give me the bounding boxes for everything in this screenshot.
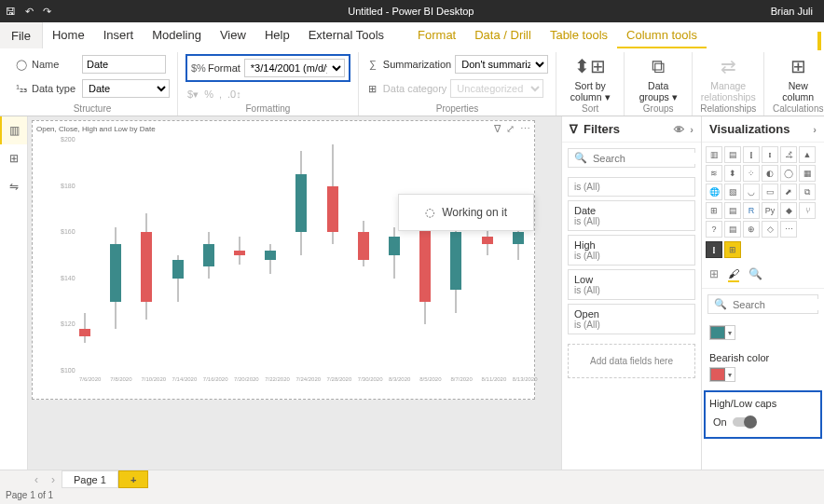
data-view-button[interactable]: ⊞ (0, 144, 27, 172)
filter-card[interactable]: Highis (All) (568, 235, 695, 266)
viz-table-icon[interactable]: ⊞ (706, 202, 722, 219)
tab-home[interactable]: Home (43, 22, 94, 48)
candlestick (513, 140, 524, 371)
filter-icon[interactable]: ∇ (494, 123, 501, 135)
viz-treemap-icon[interactable]: ▦ (799, 165, 816, 182)
filter-card[interactable]: Lowis (All) (568, 269, 695, 300)
viz-key-influencers-icon[interactable]: ◆ (780, 202, 797, 219)
decimals-icon[interactable]: .0↕ (227, 89, 241, 100)
viz-paginated-icon[interactable]: ▤ (724, 221, 741, 238)
viz-python-icon[interactable]: Py (762, 202, 778, 219)
viz-slicer-icon[interactable]: ⧉ (799, 184, 816, 200)
redo-icon[interactable]: ↷ (43, 6, 51, 18)
viz-arcgis-icon[interactable]: ⊕ (743, 221, 760, 238)
page-next-button[interactable]: › (45, 473, 62, 486)
viz-candlestick-icon[interactable]: ⫿ (706, 241, 722, 258)
viz-more-icon[interactable]: ⋯ (780, 221, 797, 238)
tab-insert[interactable]: Insert (94, 22, 144, 48)
viz-search[interactable]: 🔍 (707, 294, 818, 314)
viz-filled-map-icon[interactable]: ▧ (724, 184, 741, 200)
undo-icon[interactable]: ↶ (25, 6, 34, 18)
user-name[interactable]: Brian Juli (771, 6, 818, 17)
currency-icon[interactable]: $▾ (187, 89, 199, 101)
highlow-caps-state: On (713, 416, 727, 428)
candlestick-visual[interactable]: Open, Close, High and Low by Date ∇ ⤢ ⋯ … (32, 120, 535, 400)
tab-help[interactable]: Help (255, 22, 299, 48)
filters-view-icon[interactable]: 👁 (674, 124, 684, 135)
tab-table-tools[interactable]: Table tools (541, 22, 617, 48)
candlestick (419, 140, 431, 371)
model-view-button[interactable]: ⇋ (0, 172, 27, 200)
report-canvas[interactable]: Open, Close, High and Low by Date ∇ ⤢ ⋯ … (28, 116, 561, 470)
tab-format[interactable]: Format (408, 22, 465, 48)
summarization-select[interactable]: Don't summarize (455, 55, 548, 74)
tab-data-drill[interactable]: Data / Drill (465, 22, 541, 48)
x-axis-label: 7/6/2020 (79, 376, 107, 382)
percent-icon[interactable]: % (204, 89, 213, 100)
candlestick (234, 140, 245, 371)
format-select[interactable]: *3/14/2001 (m/d/yyy (244, 59, 345, 77)
file-tab[interactable]: File (0, 22, 43, 48)
viz-clustered-bar-icon[interactable]: ▤ (724, 146, 741, 163)
viz-area-icon[interactable]: ▲ (799, 146, 816, 163)
viz-gauge-icon[interactable]: ◡ (743, 184, 760, 200)
viz-scatter-icon[interactable]: ⁘ (743, 165, 760, 182)
viz-kpi-icon[interactable]: ⬈ (780, 184, 797, 200)
viz-qa-icon[interactable]: ? (706, 221, 722, 238)
viz-custom-icon[interactable]: ⊞ (724, 241, 741, 258)
filter-card[interactable]: is (All) (568, 177, 695, 197)
viz-stacked-column-icon[interactable]: ⫿ (743, 146, 760, 163)
viz-ribbon-icon[interactable]: ≋ (706, 165, 722, 182)
relationships-group-label: Relationships (700, 103, 756, 116)
fields-tab-icon[interactable]: ⊞ (709, 267, 719, 282)
viz-matrix-icon[interactable]: ▤ (724, 202, 741, 219)
viz-waterfall-icon[interactable]: ⬍ (724, 165, 741, 182)
tab-view[interactable]: View (211, 22, 255, 48)
viz-donut-icon[interactable]: ◯ (780, 165, 797, 182)
viz-clustered-column-icon[interactable]: ⫾ (762, 146, 778, 163)
filters-collapse-icon[interactable]: › (690, 124, 694, 135)
viz-decomposition-icon[interactable]: ⑂ (799, 202, 816, 219)
viz-pie-icon[interactable]: ◐ (762, 165, 778, 182)
bearish-color-picker[interactable]: ▾ (709, 367, 735, 382)
page-prev-button[interactable]: ‹ (28, 473, 45, 486)
comma-icon[interactable]: , (219, 89, 222, 100)
more-options-icon[interactable]: ⋯ (520, 123, 530, 135)
viz-r-script-icon[interactable]: R (743, 202, 760, 219)
filter-dropzone[interactable]: Add data fields here (568, 344, 695, 378)
viz-powerapps-icon[interactable]: ◇ (762, 221, 778, 238)
spinner-icon: ◌ (425, 206, 434, 219)
new-page-button[interactable]: + (118, 470, 148, 488)
ribbon-content: ◯ Name ¹₂₃ Data type Date Structure $% F… (0, 48, 824, 116)
x-axis-label: 7/20/2020 (234, 376, 262, 382)
x-axis-label: 8/11/2020 (482, 376, 510, 382)
summarization-label: Summarization (383, 59, 451, 70)
filter-field-value: is (All) (574, 285, 689, 295)
tab-column-tools[interactable]: Column tools (617, 22, 707, 48)
filter-card[interactable]: Openis (All) (568, 304, 695, 334)
tab-modeling[interactable]: Modeling (143, 22, 211, 48)
save-icon[interactable]: 🖫 (6, 6, 16, 18)
page-tab-1[interactable]: Page 1 (62, 470, 118, 488)
focus-mode-icon[interactable]: ⤢ (506, 123, 515, 135)
name-input[interactable] (82, 55, 166, 74)
viz-stacked-bar-icon[interactable]: ▥ (706, 146, 722, 163)
viz-line-icon[interactable]: ⦨ (780, 146, 797, 163)
report-view-button[interactable]: ▥ (0, 116, 27, 144)
visualizations-collapse-icon[interactable]: › (813, 124, 817, 135)
filter-card[interactable]: Dateis (All) (568, 200, 695, 231)
analytics-tab-icon[interactable]: 🔍 (748, 267, 762, 282)
tab-external-tools[interactable]: External Tools (299, 22, 393, 48)
bullish-color-picker[interactable]: ▾ (709, 325, 735, 340)
viz-search-input[interactable] (733, 299, 824, 310)
viz-card-icon[interactable]: ▭ (762, 184, 778, 200)
filters-search[interactable]: 🔍 (568, 148, 695, 168)
new-column-button[interactable]: ⊞ Newcolumn (772, 52, 824, 103)
viz-map-icon[interactable]: 🌐 (706, 184, 722, 200)
filter-field-value: is (All) (574, 320, 689, 330)
highlow-caps-toggle[interactable] (733, 417, 755, 427)
data-groups-button[interactable]: ⧉ Datagroups ▾ (632, 52, 684, 103)
sort-by-column-button[interactable]: ⬍⊞ Sort bycolumn ▾ (564, 52, 616, 103)
datatype-select[interactable]: Date (82, 79, 170, 98)
format-tab-icon[interactable]: 🖌 (728, 267, 739, 282)
